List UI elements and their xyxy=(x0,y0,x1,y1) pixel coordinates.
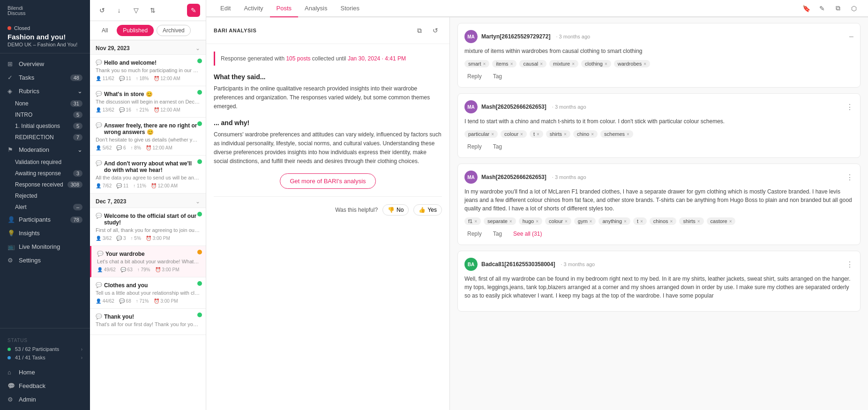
main-tabs: Edit Activity Posts Analysis Stories 🔖 ✎… xyxy=(206,0,868,17)
helpful-yes-button[interactable]: 👍 Yes xyxy=(413,204,442,216)
sidebar-bottom: STATUS 53 / 62 Participants › 41 / 41 Ta… xyxy=(0,328,90,410)
sidebar-item-awaiting[interactable]: Awaiting response 3 xyxy=(11,168,90,179)
sidebar-item-participants[interactable]: 👤 Participants 78 xyxy=(0,213,90,226)
tag-items: items × xyxy=(492,60,516,67)
sidebar-item-initial[interactable]: 1. Initial questions 5 xyxy=(11,120,90,132)
filter-button[interactable]: ▽ xyxy=(129,4,142,17)
chevron-right-icon: › xyxy=(81,355,82,360)
sidebar-item-overview[interactable]: ⊞ Overview xyxy=(0,57,90,71)
sidebar-item-live-monitoring[interactable]: 📺 Live Monitoring xyxy=(0,240,90,253)
middle-toolbar: ↺ ↓ ▽ ⇅ ✎ xyxy=(90,0,206,21)
status-tasks-text: 41 / 41 Tasks xyxy=(15,355,45,360)
post-item-p5[interactable]: 💬 Welcome to the official start of our s… xyxy=(90,208,206,246)
bari-posts-link[interactable]: 105 posts xyxy=(286,55,310,62)
date-header-dec: Dec 7, 2023 ⌄ xyxy=(90,194,206,208)
filter-archived[interactable]: Archived xyxy=(157,25,191,36)
status-tasks-row[interactable]: 41 / 41 Tasks › xyxy=(7,353,82,362)
post-item-p7[interactable]: 💬 Clothes and you Tell us a little about… xyxy=(90,277,206,309)
bari-refresh-button[interactable]: ↺ xyxy=(429,24,442,37)
moderation-subnav: Validation required Awaiting response 3 … xyxy=(0,157,90,213)
tab-stories[interactable]: Stories xyxy=(334,0,366,17)
tag-button-r3[interactable]: Tag xyxy=(490,230,505,238)
sidebar-item-home[interactable]: ⌂ Home xyxy=(0,365,90,379)
tag-t: t × xyxy=(530,130,543,138)
bari-why-title: ... and why! xyxy=(214,119,442,127)
reply-button-r3[interactable]: Reply xyxy=(464,230,485,238)
filter-all[interactable]: All xyxy=(96,25,114,36)
bari-date-link[interactable]: Jan 30, 2024 · 4:41 PM xyxy=(348,55,406,62)
bari-copy-button[interactable]: ⧉ xyxy=(413,24,426,37)
sidebar-item-redirection[interactable]: REDIRECTION 7 xyxy=(11,132,90,143)
thumbs-down-icon: 👎 xyxy=(388,207,395,213)
bookmark-button[interactable]: 🔖 xyxy=(800,2,813,15)
tag-button-r1[interactable]: Tag xyxy=(490,72,505,81)
sort-button[interactable]: ⇅ xyxy=(146,4,159,17)
post-item-p6[interactable]: 💬 Your wardrobe Let's chat a bit about y… xyxy=(90,246,206,277)
avatar-r4: BA xyxy=(464,258,478,271)
post-badge-p4 xyxy=(197,159,202,164)
post-item-p1[interactable]: 💬 Hello and welcome! Thank you so much f… xyxy=(90,55,206,86)
filter-tabs: All Published Archived xyxy=(90,21,206,40)
rubrics-subnav: None 31 INTRO 5 1. Initial questions 5 R… xyxy=(0,98,90,143)
post-item-p2[interactable]: 💬 What's in store 😊 The discussion will … xyxy=(90,86,206,118)
date-group-dec: Dec 7, 2023 ⌄ 💬 Welcome to the official … xyxy=(90,194,206,335)
response-card-r1: MA Martyn[261625529729272] · 3 months ag… xyxy=(457,23,861,88)
copy-button[interactable]: ⧉ xyxy=(831,2,845,15)
filter-published[interactable]: Published xyxy=(117,25,154,36)
sidebar-item-rubrics[interactable]: ◈ Rubrics ⌄ xyxy=(0,84,90,98)
status-section-label: STATUS xyxy=(7,336,82,345)
sidebar-item-validation[interactable]: Validation required xyxy=(11,157,90,168)
sidebar-item-feedback[interactable]: 💬 Feedback xyxy=(0,379,90,393)
response-menu-r4[interactable]: ⋮ xyxy=(846,260,853,269)
date-header-nov: Nov 29, 2023 ⌄ xyxy=(90,40,206,55)
refresh-button[interactable]: ↺ xyxy=(96,4,109,17)
tags-row-r1: smart × items × causal × mixture × cloth… xyxy=(464,60,853,67)
tag-anything: anything × xyxy=(599,217,630,225)
reply-button-r1[interactable]: Reply xyxy=(464,72,485,81)
tag-particular: particular × xyxy=(464,130,498,138)
tag-colour: colour × xyxy=(501,130,527,138)
response-card-r2: MA Mash[262052666262653] · 3 months ago … xyxy=(457,93,861,158)
sidebar-item-insights[interactable]: 💡 Insights xyxy=(0,226,90,240)
helpful-no-button[interactable]: 👎 No xyxy=(382,204,409,216)
sidebar-item-none[interactable]: None 31 xyxy=(11,98,90,109)
avatar-r2: MA xyxy=(464,100,478,113)
project-title: Fashion and you! xyxy=(7,33,82,41)
bari-cta-button[interactable]: Get more of BARI's analysis xyxy=(280,173,375,189)
status-participants-row[interactable]: 53 / 62 Participants › xyxy=(7,345,82,353)
home-icon: ⌂ xyxy=(7,369,15,376)
reply-button-r2[interactable]: Reply xyxy=(464,142,485,151)
tag-causal: causal × xyxy=(519,60,546,67)
post-item-p3[interactable]: 💬 Answer freely, there are no right or w… xyxy=(90,118,206,156)
sidebar-item-received[interactable]: Response received 308 xyxy=(11,179,90,190)
sidebar-item-intro[interactable]: INTRO 5 xyxy=(11,109,90,120)
tab-analysis[interactable]: Analysis xyxy=(298,0,334,17)
download-button[interactable]: ↓ xyxy=(112,4,126,17)
edit-button[interactable]: ✎ xyxy=(187,4,200,17)
sidebar-item-admin[interactable]: ⚙ Admin xyxy=(0,393,90,406)
sidebar-item-settings[interactable]: ⚙ Settings xyxy=(0,253,90,267)
sidebar-item-tasks[interactable]: ✓ Tasks 48 xyxy=(0,71,90,84)
tasks-status-dot xyxy=(7,356,11,359)
response-menu-r3[interactable]: ⋮ xyxy=(846,173,853,182)
bari-section-title: BARI ANALYSIS xyxy=(214,28,256,33)
export-button[interactable]: ⬡ xyxy=(847,2,861,15)
bari-why-text: Consumers' wardrobe preferences and atti… xyxy=(214,130,442,166)
tab-activity[interactable]: Activity xyxy=(237,0,269,17)
post-item-p8[interactable]: 💬 Thank you! That's all for our first da… xyxy=(90,309,206,335)
response-menu-r2[interactable]: ⋮ xyxy=(846,103,853,112)
response-menu-r1[interactable]: – xyxy=(849,32,853,41)
sidebar-item-rejected[interactable]: Rejected xyxy=(11,190,90,201)
tag-button-r2[interactable]: Tag xyxy=(490,142,505,151)
response-card-r3: MA Mash[262052666262653] · 3 months ago … xyxy=(457,164,861,245)
post-item-p4[interactable]: 💬 And don't worry about what we'll do wi… xyxy=(90,156,206,194)
see-all-button-r3[interactable]: See all (31) xyxy=(510,230,545,238)
insights-icon: 💡 xyxy=(7,230,15,237)
edit-pencil-button[interactable]: ✎ xyxy=(816,2,829,15)
tab-posts[interactable]: Posts xyxy=(270,0,299,17)
sidebar-item-moderation[interactable]: ⚑ Moderation ⌄ xyxy=(0,143,90,157)
bari-header-actions: ⧉ ↺ xyxy=(413,24,442,37)
tab-edit[interactable]: Edit xyxy=(214,0,237,17)
bari-panel: BARI ANALYSIS ⧉ ↺ Response generated wit… xyxy=(206,17,450,410)
sidebar-item-alert[interactable]: Alert – xyxy=(11,201,90,213)
